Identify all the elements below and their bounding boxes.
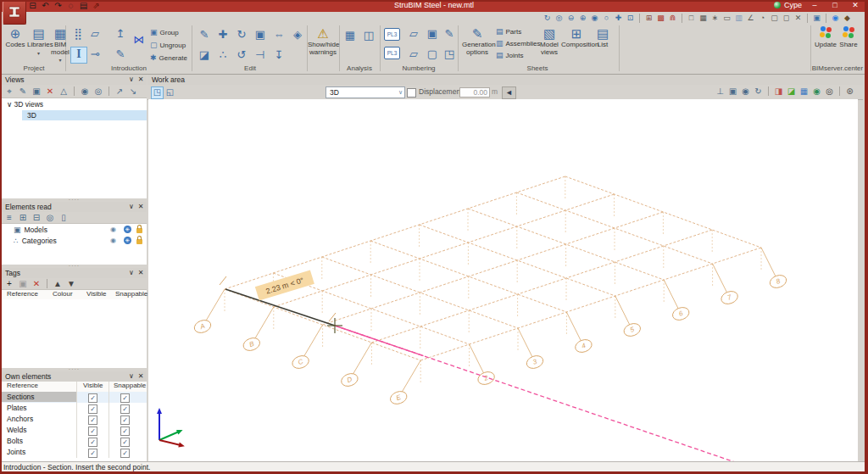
settings-gear-icon[interactable]: ✳: [124, 237, 131, 244]
lock-icon[interactable]: [136, 239, 142, 244]
joints-button[interactable]: ▤Joints: [496, 50, 523, 60]
visibility-eye-icon[interactable]: ◉: [110, 226, 116, 233]
visible-checkbox[interactable]: ✓: [88, 427, 97, 436]
ortho-icon[interactable]: □: [687, 13, 696, 23]
save-button[interactable]: ⊟: [28, 1, 37, 11]
share-button[interactable]: Share: [838, 26, 859, 62]
filter-icon[interactable]: ▯: [58, 213, 69, 222]
work-area-plane-button[interactable]: ◱: [164, 86, 175, 98]
zoom-window-icon[interactable]: ◎: [554, 13, 564, 23]
undo-point-button[interactable]: ◄: [502, 86, 516, 99]
snappable-checkbox[interactable]: ✓: [120, 449, 130, 458]
move-down-icon[interactable]: ▼: [66, 279, 76, 288]
point-snap-icon[interactable]: ∗: [710, 13, 720, 23]
copy-button[interactable]: ▣: [253, 27, 268, 42]
app-logo-icon[interactable]: [3, 1, 26, 25]
collapse-views-icon[interactable]: ∨: [127, 75, 136, 85]
intro-anchor-button[interactable]: ↥: [113, 26, 128, 42]
analyse-button[interactable]: ▦: [342, 28, 358, 43]
snappable-checkbox[interactable]: ✓: [120, 415, 130, 425]
lock-icon[interactable]: [136, 228, 142, 233]
extend-button[interactable]: ↧: [271, 47, 287, 63]
intro-joints-button[interactable]: ⋈: [131, 32, 147, 47]
parts-button[interactable]: ▤Parts: [496, 26, 521, 36]
tools-icon[interactable]: ✕: [793, 13, 803, 23]
trim-button[interactable]: ⊣: [253, 47, 268, 63]
zoom-button[interactable]: ◌: [66, 1, 75, 11]
add-tag-icon[interactable]: +: [4, 279, 14, 288]
number-all-button[interactable]: ▱: [406, 47, 421, 62]
grid-icon[interactable]: ▦: [698, 13, 708, 23]
perspective-icon[interactable]: △: [58, 86, 69, 96]
sphere-view-icon[interactable]: ○: [602, 13, 611, 23]
snappable-checkbox[interactable]: ✓: [120, 438, 130, 447]
visible-checkbox[interactable]: ✓: [88, 449, 97, 458]
views-grid-icon[interactable]: ▦: [799, 86, 809, 96]
expand-icon[interactable]: ⊞: [18, 213, 28, 222]
view-selector[interactable]: 3D ∨: [326, 86, 405, 98]
tree-item-3d[interactable]: 3D: [22, 110, 147, 120]
bim-model-button[interactable]: ▦BIMmodel ▾: [51, 26, 70, 62]
edit-view-icon[interactable]: ✎: [18, 86, 28, 96]
move-button[interactable]: ✚: [215, 27, 231, 42]
model-views-button[interactable]: ▧Modelviews: [537, 26, 561, 62]
add-view-icon[interactable]: ⌖: [4, 86, 14, 97]
dimension-icon[interactable]: ▥: [734, 13, 743, 23]
close-tags-icon[interactable]: ✕: [136, 268, 145, 278]
turntable-icon[interactable]: ↻: [754, 86, 763, 96]
orbit-icon[interactable]: ↻: [542, 13, 552, 23]
delete-view-icon[interactable]: ✕: [45, 86, 55, 96]
help-icon[interactable]: ◆: [843, 13, 852, 23]
redo-button[interactable]: ↷: [53, 1, 63, 11]
rotate-arc-button[interactable]: ↺: [234, 47, 249, 63]
visible-checkbox[interactable]: ✓: [88, 415, 97, 425]
visible-checkbox[interactable]: ✓: [88, 404, 97, 414]
sheet-icon[interactable]: ▢: [770, 13, 779, 23]
maximize-button[interactable]: □: [826, 0, 844, 11]
reference-cell[interactable]: Bolts: [2, 436, 76, 446]
intro-bolt-button[interactable]: ⊸: [87, 47, 103, 62]
collapse-elements-icon[interactable]: ∨: [127, 202, 136, 212]
displacement-input[interactable]: 0.00: [459, 87, 490, 98]
undo-button[interactable]: ↶: [41, 1, 50, 11]
links-icon[interactable]: ≡: [4, 213, 14, 222]
reference-cell[interactable]: Welds: [2, 425, 76, 435]
own-elements-row-joints[interactable]: Joints✓✓: [2, 447, 147, 459]
clip-box-icon[interactable]: ◨: [774, 86, 783, 96]
visibility-icon[interactable]: ◎: [825, 86, 834, 96]
edit-points-button[interactable]: ∴: [215, 47, 231, 63]
erase-button[interactable]: ◪: [197, 47, 212, 63]
edit-numbering-button[interactable]: ✎: [442, 26, 457, 42]
renumber-button[interactable]: ▣: [425, 26, 440, 42]
coord-input-icon[interactable]: ▭: [722, 13, 732, 23]
pan-view-icon[interactable]: ✚: [614, 13, 623, 23]
number-plates-button[interactable]: ▱: [406, 26, 421, 42]
intro-weld-button[interactable]: ✎: [113, 47, 128, 62]
categories-row[interactable]: ∴Categories◉✳: [2, 235, 147, 246]
snap-grid-icon[interactable]: ▩: [656, 13, 665, 23]
settings-gear-icon[interactable]: ✳: [124, 226, 131, 233]
assemblies-button[interactable]: ▥Assemblies: [496, 38, 540, 48]
magnet-icon[interactable]: ⋒: [668, 13, 677, 23]
ungroup-button[interactable]: ▢Ungroup: [150, 40, 186, 50]
reference-cell[interactable]: Plates: [2, 403, 76, 413]
edit-button[interactable]: ✎: [197, 27, 212, 42]
window-select-icon[interactable]: ⊞: [644, 13, 654, 23]
copy-tag-icon[interactable]: ▣: [18, 279, 28, 288]
numbering-parts-button[interactable]: PL3: [384, 28, 400, 41]
rotate-button[interactable]: ↻: [234, 27, 249, 42]
numbering-options-button[interactable]: ◳: [442, 47, 457, 62]
minimize-button[interactable]: –: [805, 0, 824, 11]
render-icon[interactable]: ◉: [812, 86, 821, 96]
export-button[interactable]: ⇗: [92, 1, 101, 11]
collapse-tags-icon[interactable]: ∨: [127, 268, 136, 278]
own-elements-row-plates[interactable]: Plates✓✓: [2, 403, 147, 415]
update-button[interactable]: Update: [814, 26, 837, 62]
numbering-assemblies-button[interactable]: PL3: [384, 47, 400, 59]
collapse-icon[interactable]: ⊟: [31, 213, 42, 222]
work-area-3d-button[interactable]: ◳: [151, 86, 164, 99]
codes-button[interactable]: ⊕Codes: [4, 26, 26, 62]
snappable-checkbox[interactable]: ✓: [120, 427, 130, 436]
list-button[interactable]: ▤List: [593, 26, 613, 62]
camera-icon[interactable]: ◉: [80, 86, 90, 96]
